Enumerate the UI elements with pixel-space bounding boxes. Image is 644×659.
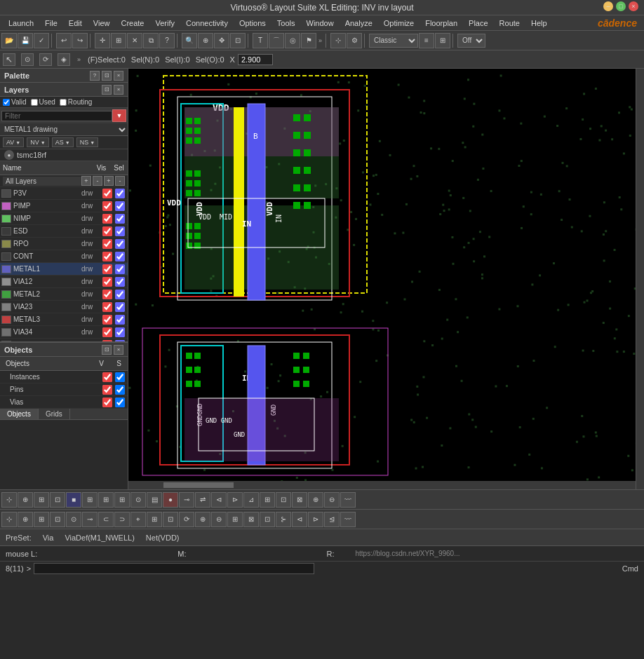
layer-row[interactable]: RPOdrw xyxy=(0,238,128,250)
menu-create[interactable]: Create xyxy=(115,18,149,29)
expand-arrow[interactable]: » xyxy=(317,37,323,44)
tb-pan[interactable]: ✥ xyxy=(214,33,229,48)
layer-row[interactable]: PIMPdrw xyxy=(0,200,128,212)
layer-vis-checkbox[interactable] xyxy=(102,277,112,287)
tb-mode2[interactable]: ⊞ xyxy=(435,33,450,48)
layer-vis-checkbox[interactable] xyxy=(102,214,112,224)
tb-select4[interactable]: ◈ xyxy=(58,53,70,66)
tb-snap[interactable]: ⊹ xyxy=(330,33,346,48)
tb-mode1[interactable]: ≡ xyxy=(419,33,434,48)
tb-grid[interactable]: ⊞ xyxy=(111,33,126,48)
object-sel-checkbox[interactable] xyxy=(115,385,125,395)
tab-grids[interactable]: Grids xyxy=(39,409,70,419)
bt1-22[interactable]: 〰 xyxy=(340,492,356,508)
layer-sel-checkbox[interactable] xyxy=(115,277,125,287)
bt1-20[interactable]: ⊕ xyxy=(308,492,323,508)
palette-help[interactable]: ? xyxy=(90,71,100,81)
bt1-7[interactable]: ⊞ xyxy=(98,492,114,508)
layer-vis-checkbox[interactable] xyxy=(102,252,112,261)
tb-copy[interactable]: ⧉ xyxy=(143,33,159,48)
bt2-15[interactable]: ⊞ xyxy=(227,512,243,527)
layer-vis-checkbox[interactable] xyxy=(102,302,112,312)
bt2-13[interactable]: ⊕ xyxy=(195,512,210,527)
tb-delete[interactable]: ✕ xyxy=(127,33,142,48)
object-row[interactable]: Vias xyxy=(0,396,128,409)
bt2-12[interactable]: ⟳ xyxy=(179,512,194,527)
menu-connectivity[interactable]: Connectivity xyxy=(180,18,234,29)
off-dropdown[interactable]: Off xyxy=(457,34,485,48)
layer-sel-checkbox[interactable] xyxy=(115,189,125,198)
bt1-1[interactable]: ⊹ xyxy=(1,492,17,508)
bt1-19[interactable]: ⊠ xyxy=(292,492,307,508)
object-vis-checkbox[interactable] xyxy=(102,385,112,395)
menu-edit[interactable]: Edit xyxy=(63,18,88,29)
tb-text[interactable]: T xyxy=(253,33,268,48)
menu-view[interactable]: View xyxy=(88,18,116,29)
bt1-18[interactable]: ⊡ xyxy=(276,492,291,508)
menu-place[interactable]: Place xyxy=(463,18,494,29)
layer-sel-checkbox[interactable] xyxy=(115,315,125,325)
layer-sel-checkbox[interactable] xyxy=(115,340,125,342)
layer-vis-checkbox[interactable] xyxy=(102,264,112,274)
tab-valid[interactable]: Valid xyxy=(3,98,27,106)
bt2-17[interactable]: ⊡ xyxy=(260,512,275,527)
tb-marker[interactable]: ⚑ xyxy=(301,33,316,48)
layer-row[interactable]: ESDdrw xyxy=(0,225,128,238)
tb-select3[interactable]: ⟳ xyxy=(39,53,52,66)
menu-analyze[interactable]: Analyze xyxy=(340,18,378,29)
layer-sel-checkbox[interactable] xyxy=(115,226,125,236)
menu-verify[interactable]: Verify xyxy=(149,18,180,29)
cmd-input[interactable] xyxy=(34,563,314,574)
bt1-15[interactable]: ⊳ xyxy=(227,492,243,508)
tab-routing[interactable]: Routing xyxy=(60,98,92,106)
al-plus2[interactable]: + xyxy=(104,176,114,186)
bt2-11[interactable]: ⊡ xyxy=(163,512,178,527)
object-row[interactable]: Instances xyxy=(0,371,128,383)
mode-dropdown[interactable]: Classic xyxy=(369,34,418,48)
tb-zoomin[interactable]: ⊕ xyxy=(198,33,213,48)
bt2-1[interactable]: ⊹ xyxy=(1,512,17,527)
layer-row[interactable]: VIA12drw xyxy=(0,276,128,288)
bt1-4[interactable]: ⊡ xyxy=(50,492,65,508)
bt2-18[interactable]: ⊱ xyxy=(276,512,291,527)
layer-sel-checkbox[interactable] xyxy=(115,239,125,249)
tb-zoom[interactable]: 🔍 xyxy=(182,33,197,48)
bt1-3[interactable]: ⊞ xyxy=(34,492,49,508)
palette-close[interactable]: × xyxy=(114,71,123,81)
layer-sel-checkbox[interactable] xyxy=(115,214,125,224)
object-row[interactable]: Pins xyxy=(0,383,128,396)
bt1-2[interactable]: ⊕ xyxy=(18,492,33,508)
bt2-19[interactable]: ⊲ xyxy=(292,512,307,527)
bt1-9[interactable]: ⊙ xyxy=(130,492,146,508)
tb-help[interactable]: ? xyxy=(159,33,175,48)
tb-open[interactable]: 📂 xyxy=(1,33,17,48)
layers-close[interactable]: × xyxy=(114,85,123,95)
layer-row[interactable]: VIA23drw xyxy=(0,301,128,313)
right-scrollbar[interactable] xyxy=(636,69,644,489)
bt1-16[interactable]: ⊿ xyxy=(243,492,259,508)
tb-fit[interactable]: ⊡ xyxy=(230,33,246,48)
layer-vis-checkbox[interactable] xyxy=(102,327,112,337)
menu-help[interactable]: Help xyxy=(525,18,553,29)
layer-filter-input[interactable] xyxy=(1,111,112,121)
menu-file[interactable]: File xyxy=(39,18,63,29)
palette-float[interactable]: ⊡ xyxy=(102,71,112,81)
bt2-6[interactable]: ⊸ xyxy=(82,512,98,527)
tab-objects[interactable]: Objects xyxy=(0,409,39,419)
tb-redo[interactable]: ↪ xyxy=(72,33,88,48)
layer-sel-checkbox[interactable] xyxy=(115,290,125,299)
menu-floorplan[interactable]: Floorplan xyxy=(420,18,463,29)
bt2-8[interactable]: ⊃ xyxy=(114,512,130,527)
bt2-20[interactable]: ⊳ xyxy=(308,512,323,527)
bt1-21[interactable]: ⊖ xyxy=(324,492,340,508)
bt2-2[interactable]: ⊕ xyxy=(18,512,33,527)
bt2-9[interactable]: ⌖ xyxy=(130,512,146,527)
bt2-21[interactable]: ⊴ xyxy=(324,512,340,527)
layer-vis-checkbox[interactable] xyxy=(102,189,112,198)
tb-via[interactable]: ◎ xyxy=(285,33,300,48)
coord-x-input[interactable] xyxy=(238,54,273,65)
layer-row[interactable]: METAL3drw xyxy=(0,313,128,326)
maximize-button[interactable]: □ xyxy=(616,1,626,11)
layer-vis-checkbox[interactable] xyxy=(102,226,112,236)
menu-launch[interactable]: Launch xyxy=(3,18,39,29)
